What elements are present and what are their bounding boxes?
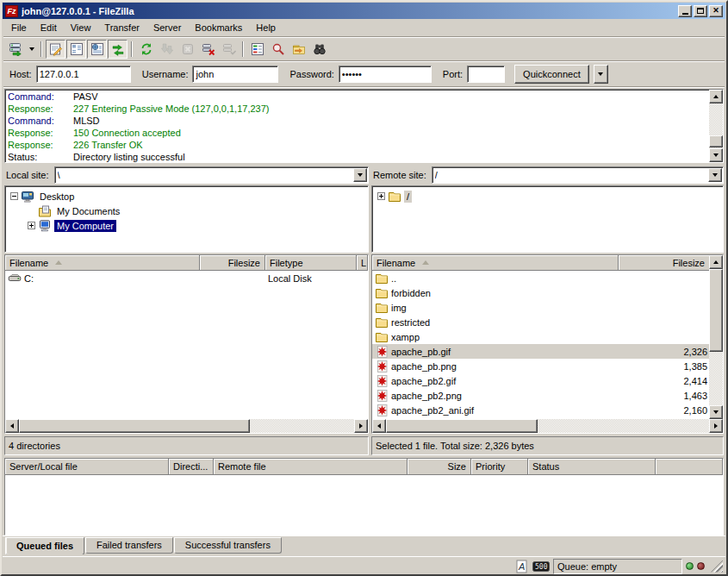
disconnect-button[interactable] [198, 40, 218, 59]
tab-successful-transfers[interactable]: Successful transfers [174, 537, 282, 554]
tree-item-my-computer[interactable]: My Computer [5, 218, 368, 233]
scroll-down-button[interactable] [709, 148, 723, 162]
filter-button[interactable] [247, 40, 267, 59]
scroll-right-button[interactable] [709, 419, 723, 433]
scroll-down-button[interactable] [709, 405, 723, 419]
scroll-thumb[interactable] [709, 135, 723, 147]
sync-browsing-button[interactable] [289, 40, 308, 59]
queue-column-status[interactable]: Status [528, 459, 656, 475]
file-row-apache-pb2-gif[interactable]: apache_pb2.gif2,414 [372, 373, 709, 388]
file-row-apache-pb2-ani-gif[interactable]: apache_pb2_ani.gif2,160 [372, 403, 709, 417]
file-row-apache-pb-gif[interactable]: apache_pb.gif2,326 [372, 344, 709, 359]
find-files-button[interactable] [309, 40, 329, 59]
remote-site-input[interactable] [432, 168, 707, 182]
file-row-apache-pb2-png[interactable]: apache_pb2.png1,463 [372, 388, 709, 403]
cell: .. [372, 271, 619, 285]
scroll-up-button[interactable] [709, 90, 723, 103]
local-site-input[interactable] [55, 168, 352, 182]
statusbar: A 500 Queue: empty [3, 556, 725, 575]
tree-item-my-documents[interactable]: My Documents [5, 203, 368, 218]
queue-column-size[interactable]: Size [408, 459, 471, 475]
scroll-up-button[interactable] [709, 255, 723, 269]
tree-item-desktop[interactable]: Desktop [5, 189, 368, 203]
expand-plus-icon[interactable] [28, 222, 35, 229]
menu-bookmarks[interactable]: Bookmarks [188, 21, 249, 34]
column-header-filename[interactable]: Filename [372, 255, 619, 271]
menu-view[interactable]: View [64, 21, 98, 34]
file-row-apache-pb-png[interactable]: apache_pb.png1,385 [372, 359, 709, 373]
expand-plus-icon[interactable] [377, 192, 385, 200]
tree-item-empty[interactable]: / [372, 189, 723, 203]
minimize-button[interactable] [678, 5, 692, 17]
menu-file[interactable]: File [4, 21, 34, 34]
queue-list[interactable] [5, 475, 723, 535]
maximize-button[interactable] [694, 5, 707, 17]
column-header-filesize[interactable]: Filesize [200, 255, 265, 271]
remote-horizontal-scrollbar[interactable] [372, 419, 723, 433]
queue-column-server-local-file[interactable]: Server/Local file [5, 459, 169, 475]
scroll-track[interactable] [709, 269, 723, 405]
scroll-left-button[interactable] [5, 419, 19, 433]
compare-button[interactable] [268, 40, 288, 59]
transfer-queue: Server/Local fileDirecti...Remote fileSi… [4, 458, 724, 535]
remote-site-dropdown-button[interactable] [708, 168, 722, 182]
quickconnect-button[interactable]: Quickconnect [514, 65, 589, 84]
port-input[interactable] [468, 67, 504, 81]
log-label: Command: [8, 91, 73, 103]
scroll-track[interactable] [19, 419, 354, 433]
local-tree-button[interactable] [66, 40, 86, 59]
transfer-queue-button[interactable] [108, 40, 128, 59]
resize-grip[interactable] [711, 560, 723, 573]
cell: 2,326 [619, 344, 709, 359]
file-row-forbidden[interactable]: forbidden [372, 285, 709, 300]
menu-transfer[interactable]: Transfer [97, 21, 146, 34]
column-header-filename[interactable]: Filename [5, 255, 200, 271]
scroll-thumb[interactable] [19, 419, 250, 433]
file-row-img[interactable]: img [372, 300, 709, 315]
tab-queued-files[interactable]: Queued files [5, 537, 84, 555]
collapse-minus-icon[interactable] [10, 192, 18, 200]
scroll-track[interactable] [709, 103, 723, 148]
site-manager-button[interactable] [5, 40, 25, 59]
host-input[interactable] [37, 67, 130, 81]
column-header-l[interactable]: L [357, 255, 368, 271]
file-row-xampp[interactable]: xampp [372, 329, 709, 344]
refresh-button[interactable] [136, 40, 156, 59]
password-input[interactable] [339, 67, 431, 81]
file-row-restricted[interactable]: restricted [372, 315, 709, 329]
tab-failed-transfers[interactable]: Failed transfers [85, 537, 173, 554]
close-button[interactable]: ✕ [709, 5, 723, 17]
quickconnect-dropdown-button[interactable] [594, 65, 608, 84]
cell-text: apache_pb2.png [391, 391, 462, 401]
cell: 1,463 [619, 388, 709, 403]
menu-help[interactable]: Help [249, 21, 283, 34]
remote-tree-button[interactable] [87, 40, 107, 59]
queue-column-remote-file[interactable]: Remote file [214, 459, 408, 475]
file-row-empty[interactable]: .. [372, 271, 709, 285]
scroll-thumb[interactable] [386, 419, 538, 433]
local-site-dropdown-button[interactable] [353, 168, 367, 182]
menu-edit[interactable]: Edit [34, 21, 64, 34]
file-row-c[interactable]: C:Local Disk [5, 271, 368, 285]
remote-vertical-scrollbar[interactable] [709, 255, 723, 419]
menu-server[interactable]: Server [146, 21, 188, 34]
column-header-filetype[interactable]: Filetype [265, 255, 357, 271]
remote-list-main: FilenameFilesize..forbiddenimgrestricted… [372, 255, 709, 419]
queue-column-priority[interactable]: Priority [471, 459, 528, 475]
queue-column-directi[interactable]: Directi... [169, 459, 214, 475]
queue-column-empty[interactable] [656, 459, 723, 475]
scroll-thumb[interactable] [709, 269, 723, 352]
queue-status-box: Queue: empty [553, 559, 682, 574]
column-label: L [361, 258, 366, 268]
scroll-track[interactable] [386, 419, 709, 433]
column-header-filesize[interactable]: Filesize [619, 255, 709, 271]
scroll-right-button[interactable] [354, 419, 368, 433]
site-manager-dropdown-button[interactable] [26, 40, 37, 59]
message-log-button[interactable] [46, 40, 65, 59]
log-line: Command:MLSD [8, 116, 709, 128]
username-input[interactable] [193, 67, 277, 81]
local-horizontal-scrollbar[interactable] [5, 419, 368, 433]
scroll-left-button[interactable] [372, 419, 386, 433]
image-file-icon [375, 389, 389, 403]
log-vertical-scrollbar[interactable] [709, 90, 723, 162]
